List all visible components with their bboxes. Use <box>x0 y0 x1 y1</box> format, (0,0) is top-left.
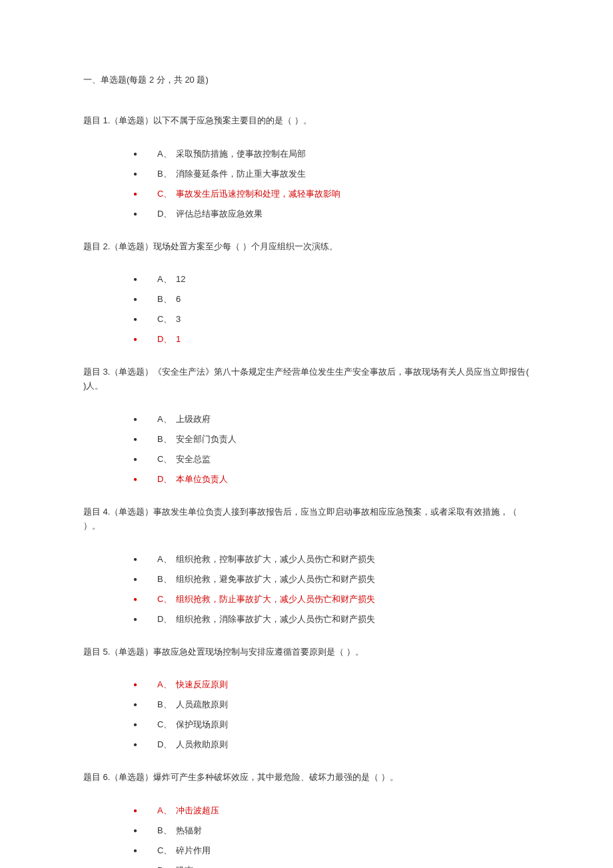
option-body: 3 <box>176 314 181 324</box>
option-body: 碎片作用 <box>176 845 211 855</box>
option-row: ●B、人员疏散原则 <box>133 697 530 712</box>
option-text: D、评估总结事故应急效果 <box>157 207 263 221</box>
option-text: B、6 <box>157 292 181 307</box>
option-row: ●D、噪声 <box>133 863 530 868</box>
bullet-icon: ● <box>133 552 137 567</box>
bullet-icon: ● <box>133 843 137 858</box>
question-prompt: 题目 4.（单选题）事故发生单位负责人接到事故报告后，应当立即启动事故相应应急预… <box>83 505 530 533</box>
option-body: 热辐射 <box>176 825 202 835</box>
option-text: A、采取预防措施，使事故控制在局部 <box>157 147 306 161</box>
option-row: ●B、热辐射 <box>133 823 530 838</box>
option-row: ●B、6 <box>133 292 530 307</box>
option-text: B、组织抢救，避免事故扩大，减少人员伤亡和财产损失 <box>157 572 375 587</box>
option-letter: B、 <box>157 292 176 307</box>
bullet-icon: ● <box>133 412 137 427</box>
option-body: 6 <box>176 294 181 304</box>
bullet-icon: ● <box>133 697 137 712</box>
question-block: 题目 6.（单选题）爆炸可产生多种破坏效应，其中最危险、破坏力最强的是（ ）。●… <box>83 771 530 868</box>
option-text: C、3 <box>157 312 181 327</box>
bullet-icon: ● <box>133 147 137 161</box>
option-body: 冲击波超压 <box>176 805 219 815</box>
option-body: 保护现场原则 <box>176 719 228 729</box>
option-letter: A、 <box>157 147 176 161</box>
option-letter: A、 <box>157 552 176 567</box>
option-row: ●A、组织抢救，控制事故扩大，减少人员伤亡和财产损失 <box>133 552 530 567</box>
option-letter: A、 <box>157 677 176 692</box>
option-letter: A、 <box>157 272 176 287</box>
option-text: D、人员救助原则 <box>157 737 228 752</box>
options-list: ●A、冲击波超压●B、热辐射●C、碎片作用●D、噪声 <box>83 803 530 868</box>
questions-container: 题目 1.（单选题）以下不属于应急预案主要目的的是（ ）。●A、采取预防措施，使… <box>83 114 530 868</box>
option-row: ●D、人员救助原则 <box>133 737 530 752</box>
option-letter: D、 <box>157 612 176 627</box>
option-row: ●A、12 <box>133 272 530 287</box>
bullet-icon: ● <box>133 292 137 307</box>
option-letter: C、 <box>157 843 176 858</box>
option-row: ●A、冲击波超压 <box>133 803 530 818</box>
option-letter: D、 <box>157 472 176 487</box>
option-letter: D、 <box>157 863 176 868</box>
option-row: ●B、消除蔓延条件，防止重大事故发生 <box>133 167 530 181</box>
option-text: A、冲击波超压 <box>157 803 219 818</box>
option-body: 组织抢救，避免事故扩大，减少人员伤亡和财产损失 <box>176 574 375 584</box>
option-letter: B、 <box>157 432 176 447</box>
option-body: 12 <box>176 274 185 284</box>
bullet-icon: ● <box>133 187 137 201</box>
question-prompt: 题目 2.（单选题）现场处置方案至少每（ ）个月应组织一次演练。 <box>83 240 530 254</box>
bullet-icon: ● <box>133 432 137 447</box>
options-list: ●A、上级政府●B、安全部门负责人●C、安全总监●D、本单位负责人 <box>83 412 530 487</box>
option-text: A、快速反应原则 <box>157 677 228 692</box>
option-row: ●A、快速反应原则 <box>133 677 530 692</box>
question-prompt: 题目 5.（单选题）事故应急处置现场控制与安排应遵循首要原则是（ ）。 <box>83 645 530 659</box>
option-letter: C、 <box>157 187 176 201</box>
option-text: B、安全部门负责人 <box>157 432 237 447</box>
bullet-icon: ● <box>133 612 137 627</box>
option-letter: C、 <box>157 312 176 327</box>
option-row: ●D、本单位负责人 <box>133 472 530 487</box>
option-letter: B、 <box>157 167 176 181</box>
option-row: ●C、3 <box>133 312 530 327</box>
option-text: C、组织抢救，防止事故扩大，减少人员伤亡和财产损失 <box>157 592 375 607</box>
bullet-icon: ● <box>133 803 137 818</box>
option-text: B、消除蔓延条件，防止重大事故发生 <box>157 167 306 181</box>
option-letter: D、 <box>157 332 176 347</box>
option-text: D、1 <box>157 332 181 347</box>
option-letter: B、 <box>157 697 176 712</box>
bullet-icon: ● <box>133 312 137 327</box>
option-text: A、组织抢救，控制事故扩大，减少人员伤亡和财产损失 <box>157 552 375 567</box>
question-block: 题目 4.（单选题）事故发生单位负责人接到事故报告后，应当立即启动事故相应应急预… <box>83 505 530 627</box>
question-block: 题目 2.（单选题）现场处置方案至少每（ ）个月应组织一次演练。●A、12●B、… <box>83 240 530 347</box>
option-text: B、人员疏散原则 <box>157 697 228 712</box>
option-row: ●C、事故发生后迅速控制和处理，减轻事故影响 <box>133 187 530 201</box>
option-text: D、组织抢救，消除事故扩大，减少人员伤亡和财产损失 <box>157 612 375 627</box>
option-row: ●C、组织抢救，防止事故扩大，减少人员伤亡和财产损失 <box>133 592 530 607</box>
bullet-icon: ● <box>133 472 137 487</box>
option-body: 组织抢救，消除事故扩大，减少人员伤亡和财产损失 <box>176 614 375 624</box>
bullet-icon: ● <box>133 717 137 732</box>
option-row: ●D、评估总结事故应急效果 <box>133 207 530 221</box>
bullet-icon: ● <box>133 272 137 287</box>
option-letter: B、 <box>157 572 176 587</box>
option-text: D、本单位负责人 <box>157 472 228 487</box>
question-prompt: 题目 3.（单选题）《安全生产法》第八十条规定生产经营单位发生生产安全事故后，事… <box>83 365 530 393</box>
option-row: ●D、组织抢救，消除事故扩大，减少人员伤亡和财产损失 <box>133 612 530 627</box>
option-body: 评估总结事故应急效果 <box>176 209 263 219</box>
option-letter: B、 <box>157 823 176 838</box>
option-letter: A、 <box>157 412 176 427</box>
bullet-icon: ● <box>133 863 137 868</box>
options-list: ●A、12●B、6●C、3●D、1 <box>83 272 530 347</box>
option-text: C、保护现场原则 <box>157 717 228 732</box>
option-text: C、安全总监 <box>157 452 211 467</box>
question-block: 题目 1.（单选题）以下不属于应急预案主要目的的是（ ）。●A、采取预防措施，使… <box>83 114 530 221</box>
option-text: B、热辐射 <box>157 823 202 838</box>
bullet-icon: ● <box>133 207 137 221</box>
question-block: 题目 3.（单选题）《安全生产法》第八十条规定生产经营单位发生生产安全事故后，事… <box>83 365 530 487</box>
option-letter: C、 <box>157 452 176 467</box>
option-text: D、噪声 <box>157 863 193 868</box>
option-body: 本单位负责人 <box>176 474 228 484</box>
option-body: 噪声 <box>176 865 193 868</box>
option-letter: D、 <box>157 207 176 221</box>
bullet-icon: ● <box>133 452 137 467</box>
option-letter: C、 <box>157 592 176 607</box>
option-body: 安全部门负责人 <box>176 434 237 444</box>
